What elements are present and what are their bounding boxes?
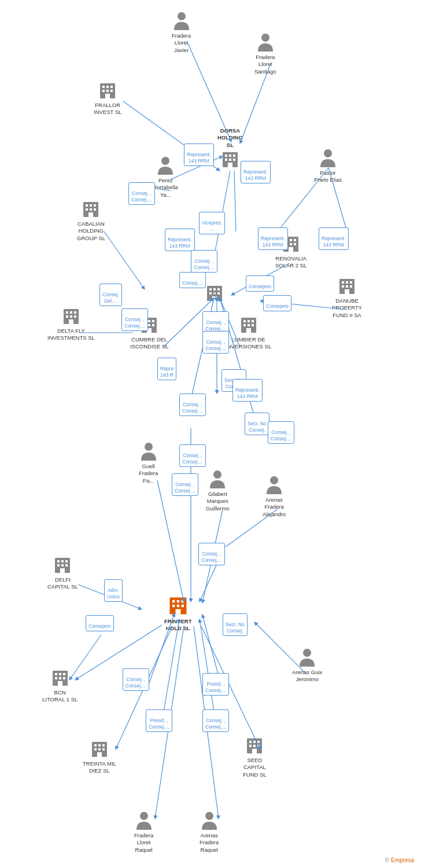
person-icon (265, 475, 283, 495)
relation-box-rb9[interactable]: Consej.... (179, 272, 206, 288)
relation-box-rb21[interactable]: Consej. ,Consej.... (268, 421, 294, 444)
node-arenas-guix: Arenas Guix Jeronimo (292, 647, 322, 683)
node-label: Arenas Guix Jeronimo (292, 669, 322, 683)
relation-box-rb28[interactable]: Consej. ,Consej.... (123, 668, 149, 691)
person-icon (298, 647, 316, 668)
brand-name: Empresa (391, 857, 414, 863)
node-label: Gilabert Marques Guillermo (206, 491, 230, 512)
relation-box-rb5[interactable]: Represent.143 RRM (165, 229, 195, 251)
relation-box-rb1[interactable]: Represent.143 RRM (184, 144, 214, 166)
svg-rect-141 (58, 681, 62, 686)
node-perez-portabella: Perez Portabella Ya... (153, 155, 178, 198)
node-treinta-mil: TREINTA MIL DIEZ SL (83, 740, 116, 775)
svg-rect-152 (253, 741, 256, 743)
relation-box-rb6[interactable]: Represent.143 RRM (258, 227, 288, 250)
building-icon-orange (167, 595, 189, 617)
node-label: SEED CAPITAL FUND SL (243, 757, 267, 778)
svg-rect-75 (209, 288, 212, 290)
relation-box-rb12[interactable]: Consejero (263, 295, 291, 311)
relation-box-rb11[interactable]: Consejero (246, 275, 274, 292)
relation-label: Consej. ,Consej.... (124, 317, 145, 329)
relation-box-rb22[interactable]: Consej. ,Consej.... (179, 444, 206, 467)
relation-box-rb10[interactable]: Consej.Del.... (99, 284, 122, 306)
svg-rect-155 (253, 745, 256, 747)
node-label: DANUBE PROPERTY FUND II SA (332, 297, 362, 319)
node-seed-capital: SEED CAPITAL FUND SL (243, 736, 267, 778)
relation-box-rb19[interactable]: Consej. ,Consej.... (179, 393, 206, 416)
relation-label: Consejero (249, 284, 271, 289)
svg-rect-63 (90, 208, 92, 211)
svg-line-20 (157, 480, 184, 602)
relation-box-rb23[interactable]: Consej. ,Consej.... (172, 473, 198, 496)
relation-label: Represent.143 RRM (168, 237, 192, 249)
svg-rect-43 (110, 86, 113, 88)
node-label: RENOVALIA SOLAR 2 SL (275, 255, 306, 270)
relation-label: Presid. ,Consej.... (149, 718, 169, 730)
svg-rect-59 (86, 204, 88, 207)
building-icon (220, 150, 240, 170)
node-frinvert-hold: FRINVERT HOLD SL (164, 595, 192, 632)
svg-rect-144 (98, 744, 101, 746)
relation-label: Represent.143 RRM (235, 387, 260, 399)
relation-label: Consej.... (182, 280, 203, 286)
relation-box-rb25[interactable]: Adm.Unico (104, 579, 123, 602)
relation-box-rb20[interactable]: Secr. NoConsej. (245, 413, 269, 435)
relation-box-rb18[interactable]: Represent.143 RRM (232, 379, 263, 402)
svg-rect-154 (249, 745, 252, 747)
svg-rect-50 (229, 155, 231, 157)
connection-lines (0, 0, 421, 868)
node-label: FRALLOR INVEST SL (94, 102, 121, 116)
building-icon (205, 284, 224, 303)
relation-box-rb7[interactable]: Represent.143 RRM (319, 227, 349, 250)
svg-rect-111 (346, 285, 348, 288)
svg-rect-77 (217, 288, 220, 290)
node-central (205, 284, 224, 303)
relation-box-rb3[interactable]: Consej. ,Consej.... (128, 182, 155, 205)
relation-box-rb16[interactable]: Consej. ,Consej.... (202, 331, 229, 354)
relation-box-rb26[interactable]: Consejero (86, 615, 114, 631)
svg-rect-126 (172, 600, 175, 602)
node-delfi-capital: DELFI CAPITAL SL (47, 556, 78, 591)
svg-rect-61 (94, 204, 96, 207)
svg-rect-84 (70, 311, 72, 314)
svg-rect-108 (346, 281, 348, 284)
relation-label: Consej. ,Consej.... (175, 481, 195, 494)
relation-box-rb15[interactable]: Repre143 R (157, 358, 176, 380)
svg-rect-69 (294, 239, 296, 241)
node-label: Fradera Lloret Raquel (134, 832, 153, 854)
node-danube-property: DANUBE PROPERTY FUND II SA (332, 277, 362, 319)
node-bcn-litoral: BCN LITORAL 1 SL (42, 668, 77, 704)
building-icon (98, 81, 117, 101)
relation-box-rb31[interactable]: Consej. ,Consej.... (202, 709, 229, 732)
svg-rect-140 (63, 677, 65, 679)
svg-line-7 (234, 171, 236, 231)
svg-rect-55 (228, 163, 232, 167)
svg-rect-102 (243, 324, 246, 326)
svg-rect-105 (246, 328, 251, 333)
relation-box-rb8[interactable]: Consej. ,Consej.... (191, 250, 217, 273)
svg-rect-119 (61, 560, 64, 562)
svg-rect-135 (55, 673, 57, 675)
svg-rect-96 (152, 324, 154, 326)
relation-box-rb2[interactable]: Represent.143 RRM (241, 161, 271, 183)
relation-label: Consej. ,Consej.... (205, 319, 226, 332)
svg-point-116 (270, 476, 278, 484)
svg-rect-147 (98, 748, 101, 751)
svg-rect-128 (181, 600, 183, 602)
relation-box-rb24[interactable]: Consej. ,Consej.... (198, 543, 225, 565)
node-label: DELTA FLY INVESTMENTS SL (47, 328, 95, 342)
node-label: LUMBIER DE INVERSIONES SL (226, 336, 271, 351)
relation-box-rb29[interactable]: Presid. ,Consej.... (202, 673, 229, 696)
svg-rect-76 (213, 288, 216, 290)
svg-rect-143 (94, 744, 97, 746)
relation-box-rb27[interactable]: Secr. NoConsej. (223, 613, 248, 636)
relation-label: Represent.143 RRM (187, 152, 211, 164)
relation-box-rb13[interactable]: Consej. ,Consej.... (121, 308, 148, 331)
svg-point-56 (324, 149, 332, 157)
svg-line-23 (200, 564, 217, 602)
relation-box-rb30[interactable]: Presid. ,Consej.... (146, 709, 172, 732)
relation-box-rb4[interactable]: Vicepres..... (199, 212, 225, 234)
svg-rect-118 (57, 560, 60, 562)
relation-label: Represent.143 RRM (243, 169, 268, 181)
person-icon (157, 155, 174, 176)
